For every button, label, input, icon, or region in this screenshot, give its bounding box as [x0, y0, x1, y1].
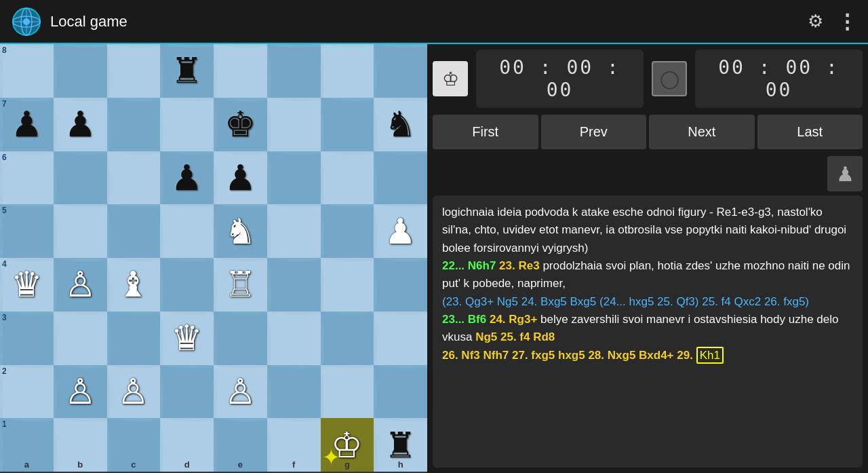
square-a7[interactable]: 7♟: [0, 98, 54, 151]
square-h5[interactable]: ♟: [374, 204, 427, 258]
square-c8[interactable]: [107, 44, 161, 98]
app-title: Local game: [50, 13, 808, 31]
move-23-black: 23... Bf6: [442, 313, 486, 326]
square-h2[interactable]: [374, 365, 427, 419]
square-d6[interactable]: ♟: [160, 151, 214, 205]
square-b6[interactable]: [54, 151, 107, 205]
app-icon: [11, 6, 42, 37]
topbar: Local game ⚙ ⋮: [0, 0, 868, 44]
square-h7[interactable]: ♞: [374, 98, 427, 151]
square-g3[interactable]: [321, 311, 374, 365]
square-h6[interactable]: [374, 151, 427, 205]
square-c2[interactable]: ♙: [107, 365, 161, 419]
square-c3[interactable]: [107, 311, 161, 365]
variation-1: (23. Qg3+ Ng5 24. Bxg5 Bxg5: [442, 295, 599, 308]
piece-e2: ♙: [224, 374, 256, 409]
menu-icon[interactable]: ⋮: [837, 10, 857, 33]
last-button[interactable]: Last: [757, 115, 863, 149]
move-23-white: 23. Re3: [499, 259, 540, 272]
square-h4[interactable]: [374, 258, 427, 311]
piece-e7: ♚: [224, 107, 256, 142]
square-e2[interactable]: ♙: [214, 365, 267, 419]
black-timer: 00 : 00 : 00: [695, 50, 863, 108]
square-f3[interactable]: [267, 311, 321, 365]
square-g7[interactable]: [321, 98, 374, 151]
square-a3[interactable]: 3: [0, 311, 54, 365]
square-a4[interactable]: 4♛: [0, 258, 54, 311]
player-avatar-row: ♟: [433, 156, 863, 191]
variation-1-inner: (24... hxg5 25. Qf3): [599, 295, 698, 308]
square-a6[interactable]: 6: [0, 151, 54, 205]
piece-a7: ♟: [11, 107, 43, 142]
square-b5[interactable]: [54, 204, 107, 258]
square-g4[interactable]: [321, 258, 374, 311]
piece-c4: ♝: [117, 267, 149, 302]
square-h3[interactable]: [374, 311, 427, 365]
square-c6[interactable]: [107, 151, 161, 205]
piece-h1: ♜: [384, 428, 416, 463]
nav-buttons: First Prev Next Last: [433, 115, 863, 149]
first-button[interactable]: First: [433, 115, 538, 149]
right-panel: ♔ 00 : 00 : 00 ◯ 00 : 00 : 00 First Prev…: [427, 44, 868, 473]
file-labels: a b c d e f g h: [0, 459, 427, 473]
square-e3[interactable]: [214, 311, 267, 365]
commentary-intro: logichnaia ideia podvoda k atake esche o…: [442, 206, 846, 254]
square-a8[interactable]: 8: [0, 44, 54, 98]
square-b4[interactable]: ♙: [54, 258, 107, 311]
square-b8[interactable]: [54, 44, 107, 98]
square-c4[interactable]: ♝: [107, 258, 161, 311]
square-f2[interactable]: [267, 365, 321, 419]
move-22-black: 22... N6h7: [442, 259, 496, 272]
square-f7[interactable]: [267, 98, 321, 151]
top-icons: ⚙ ⋮: [808, 10, 857, 33]
square-g6[interactable]: [321, 151, 374, 205]
square-h8[interactable]: [374, 44, 427, 98]
square-b2[interactable]: ♙: [54, 365, 107, 419]
square-f5[interactable]: [267, 204, 321, 258]
next-button[interactable]: Next: [649, 115, 755, 149]
square-d2[interactable]: [160, 365, 214, 419]
square-f6[interactable]: [267, 151, 321, 205]
piece-c2: ♙: [117, 374, 149, 409]
square-d4[interactable]: [160, 258, 214, 311]
chess-board[interactable]: 8♜7♟♟♚♞6♟♟5♞♟4♛♙♝♖3♛2♙♙♙1♔✦♜: [0, 44, 427, 472]
piece-b4: ♙: [64, 267, 96, 302]
square-d7[interactable]: [160, 98, 214, 151]
square-g5[interactable]: [321, 204, 374, 258]
piece-d6: ♟: [171, 160, 203, 195]
move-kh1-highlight: Kh1: [696, 347, 724, 364]
square-d5[interactable]: [160, 204, 214, 258]
move-24-white: 24. Rg3+: [490, 313, 537, 326]
variation-1-end: 25. f4 Qxc2 26. fxg5): [702, 295, 809, 308]
square-e5[interactable]: ♞: [214, 204, 267, 258]
prev-button[interactable]: Prev: [541, 115, 647, 149]
square-f8[interactable]: [267, 44, 321, 98]
square-d3[interactable]: ♛: [160, 311, 214, 365]
main-area: 8♜7♟♟♚♞6♟♟5♞♟4♛♙♝♖3♛2♙♙♙1♔✦♜ a b c d e f…: [0, 44, 868, 473]
white-timer: 00 : 00 : 00: [476, 50, 644, 108]
piece-e5: ♞: [224, 214, 256, 249]
square-e6[interactable]: ♟: [214, 151, 267, 205]
square-b3[interactable]: [54, 311, 107, 365]
square-e4[interactable]: ♖: [214, 258, 267, 311]
board-container: 8♜7♟♟♚♞6♟♟5♞♟4♛♙♝♖3♛2♙♙♙1♔✦♜ a b c d e f…: [0, 44, 427, 473]
square-g2[interactable]: [321, 365, 374, 419]
square-f4[interactable]: [267, 258, 321, 311]
square-b7[interactable]: ♟: [54, 98, 107, 151]
move-ng5: Ng5 25. f4 Rd8: [475, 330, 555, 343]
piece-h5: ♟: [384, 214, 416, 249]
square-e8[interactable]: [214, 44, 267, 98]
square-a5[interactable]: 5: [0, 204, 54, 258]
square-c5[interactable]: [107, 204, 161, 258]
commentary-box[interactable]: logichnaia ideia podvoda k atake esche o…: [433, 195, 863, 468]
square-d8[interactable]: ♜: [160, 44, 214, 98]
piece-h7: ♞: [384, 107, 416, 142]
square-c7[interactable]: [107, 98, 161, 151]
settings-icon[interactable]: ⚙: [808, 11, 823, 32]
square-g8[interactable]: [321, 44, 374, 98]
square-a2[interactable]: 2: [0, 365, 54, 419]
piece-b2: ♙: [64, 374, 96, 409]
black-player-icon: ◯: [652, 61, 687, 96]
piece-d3: ♛: [171, 320, 203, 356]
square-e7[interactable]: ♚: [214, 98, 267, 151]
